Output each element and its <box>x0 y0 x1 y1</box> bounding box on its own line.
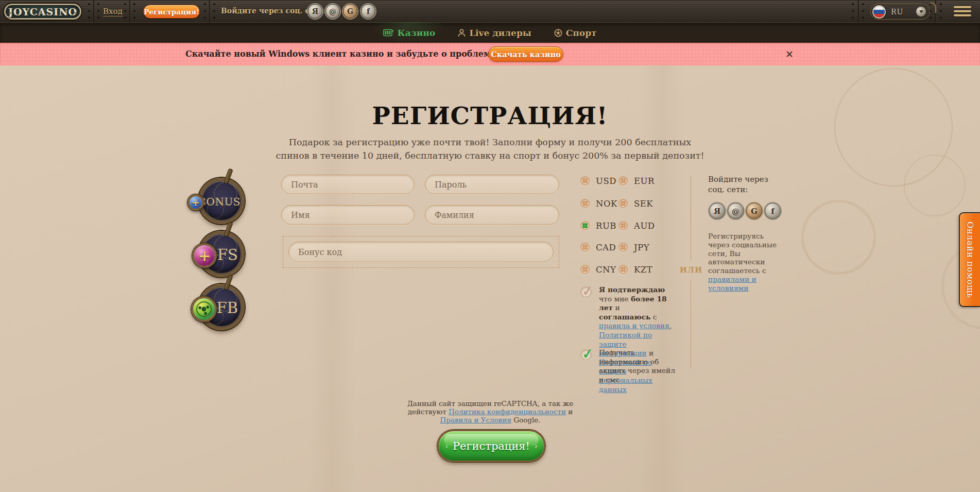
side-facebook-login-icon[interactable]: f <box>765 203 781 219</box>
online-help-tab[interactable]: Онлайн помощь <box>959 212 980 307</box>
rivet-dots <box>940 3 942 20</box>
currency-label-usd[interactable]: USD <box>596 176 616 186</box>
currency-label-cny[interactable]: CNY <box>596 265 616 275</box>
arrow-right-icon: › <box>535 442 537 451</box>
currency-radio-cny[interactable] <box>580 265 590 274</box>
joycasino-logo[interactable]: JOYCASINO <box>4 4 81 20</box>
page-subtitle-line2: спинов в течение 10 дней, бесплатную ста… <box>0 150 980 161</box>
currency-radio-sek[interactable] <box>618 199 628 208</box>
page-subtitle-line1: Подарок за регистрацию уже почти твой! З… <box>0 137 980 147</box>
page-title: РЕГИСТРАЦИЯ! <box>0 101 980 130</box>
last-name-field[interactable] <box>425 205 559 225</box>
badge-freespins[interactable]: FS <box>198 231 245 277</box>
side-social-title: Войдите через соц. сети: <box>708 174 780 195</box>
bonus-code-container <box>283 236 559 268</box>
nav-tab-casino[interactable]: Казино <box>383 28 435 38</box>
registration-submit-button[interactable]: ‹ Регистрация! › <box>437 430 545 462</box>
submit-label: Регистрация! <box>453 440 530 452</box>
side-mailru-login-icon[interactable]: @ <box>728 203 744 219</box>
nav-label: Спорт <box>566 28 597 38</box>
bonus-code-field[interactable] <box>288 242 554 262</box>
side-social-note: Регистрируясь через социальные сети, Вы … <box>708 232 784 293</box>
logo-rivet <box>74 12 76 14</box>
side-social-icons: Я @ G f <box>709 203 781 219</box>
language-selector[interactable]: RU <box>870 4 930 20</box>
currency-label-cad[interactable]: CAD <box>596 243 616 252</box>
badge-freebet[interactable]: FB <box>198 284 245 330</box>
age-consent-checkbox[interactable]: ✓ <box>580 286 592 298</box>
currency-label-nok[interactable]: NOK <box>596 199 617 209</box>
menu-button[interactable] <box>954 6 971 16</box>
pipe-decoration <box>930 3 936 13</box>
nav-tab-sport[interactable]: Спорт <box>554 28 597 38</box>
hamburger-bar <box>954 14 971 16</box>
live-dealers-icon <box>458 29 466 37</box>
first-name-field[interactable] <box>281 205 415 225</box>
rivet-dots <box>88 3 90 20</box>
freebet-ball-icon <box>191 296 217 322</box>
badge-bonus[interactable]: BONUS <box>198 178 245 224</box>
currency-radio-kzt[interactable] <box>618 265 628 274</box>
side-google-login-icon[interactable]: G <box>746 203 762 219</box>
facebook-login-icon[interactable]: f <box>361 4 375 19</box>
currency-radio-rub[interactable] <box>580 221 590 230</box>
soccer-ball-icon <box>554 29 562 37</box>
recaptcha-privacy-link[interactable]: Политика конфиденциальности <box>449 408 566 416</box>
vertical-divider <box>691 176 691 261</box>
top-bar: JOYCASINO Вход Регистрация! Войдите чере… <box>0 0 980 23</box>
seam-divider <box>858 0 859 23</box>
yandex-glyph: Я <box>714 207 720 216</box>
arrow-left-icon: ‹ <box>445 442 448 451</box>
terms-conditions-link[interactable]: правилами и условиями <box>708 275 757 292</box>
rivet-dots <box>97 3 99 20</box>
side-yandex-login-icon[interactable]: Я <box>709 203 725 219</box>
email-field[interactable] <box>281 175 415 194</box>
nav-tab-live-dealers[interactable]: Live дилеры <box>458 28 531 38</box>
rivet-dots <box>124 3 126 20</box>
promo-consent-checkbox[interactable]: ✓ <box>580 349 592 361</box>
currency-label-aud[interactable]: AUD <box>634 221 655 231</box>
currency-label-kzt[interactable]: KZT <box>634 265 652 275</box>
currency-radio-nok[interactable] <box>580 199 590 208</box>
currency-label-sek[interactable]: SEK <box>634 199 653 209</box>
sketch-circle <box>904 155 966 216</box>
seam-divider <box>209 0 210 23</box>
currency-radio-jpy[interactable] <box>618 243 628 252</box>
chevron-down-icon[interactable] <box>916 6 926 17</box>
download-casino-button[interactable]: Скачать казино <box>488 46 563 62</box>
terms-link[interactable]: правила и условия <box>599 321 669 330</box>
currency-radio-eur[interactable] <box>618 176 628 185</box>
facebook-glyph: f <box>771 207 774 216</box>
yandex-login-icon[interactable]: Я <box>308 4 322 19</box>
currency-radio-cad[interactable] <box>580 243 590 252</box>
nav-label: Live дилеры <box>469 28 531 38</box>
bonus-orb-icon <box>187 194 204 211</box>
google-login-icon[interactable]: G <box>343 4 357 19</box>
currency-label-rub[interactable]: RUB <box>596 221 616 231</box>
consent-bold: Я подтверждаю <box>599 285 665 294</box>
currency-radio-usd[interactable] <box>580 176 590 185</box>
register-button[interactable]: Регистрация! <box>143 5 200 19</box>
currency-label-eur[interactable]: EUR <box>634 176 655 186</box>
login-link[interactable]: Вход <box>103 7 123 16</box>
mailru-login-icon[interactable]: @ <box>325 4 340 19</box>
rivet-dots <box>852 3 854 20</box>
yandex-glyph: Я <box>312 7 318 15</box>
slots-icon <box>383 29 393 37</box>
currency-label-jpy[interactable]: JPY <box>634 243 649 252</box>
seam-divider <box>129 0 130 23</box>
logo-rivet <box>9 12 11 14</box>
online-help-label: Онлайн помощь <box>965 222 975 298</box>
rivet-dots <box>862 3 864 20</box>
badge-label: FB <box>217 299 238 317</box>
facebook-glyph: f <box>367 7 370 15</box>
or-label: ИЛИ <box>676 265 707 275</box>
password-field[interactable] <box>425 175 559 194</box>
close-icon[interactable]: ✕ <box>784 48 795 60</box>
google-glyph: G <box>347 7 353 15</box>
registration-page: JOYCASINO Вход Регистрация! Войдите чере… <box>0 0 980 492</box>
badge-label: BONUS <box>198 196 240 208</box>
hamburger-bar <box>954 10 971 12</box>
currency-radio-aud[interactable] <box>618 221 628 230</box>
recaptcha-terms-link[interactable]: Правила и Условия <box>440 416 511 424</box>
